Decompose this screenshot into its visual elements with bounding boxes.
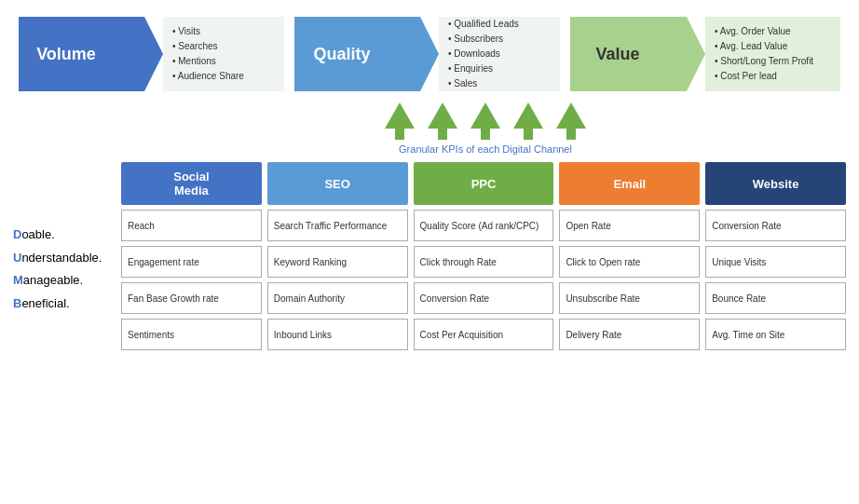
social-media-header: SocialMedia xyxy=(121,162,262,205)
social-kpi-2: Engagement rate xyxy=(121,246,262,278)
volume-arrow: Volume Visits Searches Mentions Audience… xyxy=(19,17,284,91)
channels-section: SocialMedia Reach Engagement rate Fan Ba… xyxy=(0,155,859,350)
seo-kpi-3: Domain Authority xyxy=(267,282,408,314)
quality-bullet-2: Subscribers xyxy=(448,32,551,47)
social-kpi-4: Sentiments xyxy=(121,319,262,350)
quality-arrow: Quality Qualified Leads Subscribers Down… xyxy=(294,17,560,91)
social-kpi-3: Fan Base Growth rate xyxy=(121,282,262,314)
email-kpi-4: Delivery Rate xyxy=(559,319,700,350)
website-kpi-3: Bounce Rate xyxy=(705,282,846,314)
value-bullet-1: Avg. Order Value xyxy=(715,24,831,39)
website-header: Website xyxy=(705,162,846,205)
social-media-column: SocialMedia Reach Engagement rate Fan Ba… xyxy=(121,162,262,350)
dumb-line-3: Manageable. xyxy=(13,269,102,293)
seo-kpi-4: Inbound Links xyxy=(267,319,408,350)
ppc-kpi-2: Click through Rate xyxy=(414,246,554,278)
value-bullet-2: Avg. Lead Value xyxy=(715,39,831,54)
dumb-line-1: Doable. xyxy=(13,224,102,247)
website-kpi-4: Avg. Time on Site xyxy=(705,319,846,350)
ppc-kpi-4: Cost Per Acquisition xyxy=(414,319,554,350)
website-kpi-1: Conversion Rate xyxy=(705,210,846,241)
dumb-section: Doable. Understandable. Manageable. Bene… xyxy=(13,224,102,316)
value-arrow: Value Avg. Order Value Avg. Lead Value S… xyxy=(570,17,840,91)
social-kpi-1: Reach xyxy=(121,210,262,241)
dumb-line-2: Understandable. xyxy=(13,247,102,270)
email-kpi-2: Click to Open rate xyxy=(559,246,700,278)
top-arrows: Volume Visits Searches Mentions Audience… xyxy=(0,0,859,91)
email-header: Email xyxy=(559,162,700,205)
seo-kpi-2: Keyword Ranking xyxy=(267,246,408,278)
quality-bullet-4: Enquiries xyxy=(448,61,551,76)
email-kpi-1: Open Rate xyxy=(559,210,700,241)
website-kpi-2: Unique Visits xyxy=(705,246,846,278)
volume-bullet-4: Audience Share xyxy=(172,69,275,84)
up-arrow-5 xyxy=(556,102,586,140)
up-arrow-3 xyxy=(470,102,500,140)
up-arrow-1 xyxy=(385,102,415,140)
ppc-column: PPC Quality Score (Ad rank/CPC) Click th… xyxy=(414,162,554,350)
website-column: Website Conversion Rate Unique Visits Bo… xyxy=(705,162,846,350)
seo-kpi-1: Search Traffic Performance xyxy=(267,210,408,241)
email-column: Email Open Rate Click to Open rate Unsub… xyxy=(559,162,700,350)
email-kpi-3: Unsubscribe Rate xyxy=(559,282,700,314)
seo-column: SEO Search Traffic Performance Keyword R… xyxy=(267,162,408,350)
value-label: Value xyxy=(585,45,650,64)
up-arrows-section xyxy=(0,102,859,140)
value-bullet-4: Cost Per lead xyxy=(715,69,831,84)
quality-bullet-3: Downloads xyxy=(448,47,551,61)
quality-bullet-1: Qualified Leads xyxy=(448,17,551,32)
dumb-line-4: Beneficial. xyxy=(13,293,102,316)
ppc-kpi-1: Quality Score (Ad rank/CPC) xyxy=(414,210,554,241)
quality-bullet-5: Sales xyxy=(448,76,551,91)
seo-header: SEO xyxy=(267,162,408,205)
value-bullet-3: Short/Long Term Profit xyxy=(715,54,831,69)
ppc-header: PPC xyxy=(414,162,554,205)
up-arrow-4 xyxy=(513,102,543,140)
page: Volume Visits Searches Mentions Audience… xyxy=(0,0,859,504)
quality-label: Quality xyxy=(309,45,375,64)
volume-bullet-1: Visits xyxy=(172,24,275,39)
granular-label: Granular KPIs of each Digital Channel xyxy=(0,143,859,155)
volume-label: Volume xyxy=(34,45,99,64)
up-arrow-2 xyxy=(428,102,457,140)
volume-bullet-3: Mentions xyxy=(172,54,275,69)
ppc-kpi-3: Conversion Rate xyxy=(414,282,554,314)
volume-bullet-2: Searches xyxy=(172,39,275,54)
